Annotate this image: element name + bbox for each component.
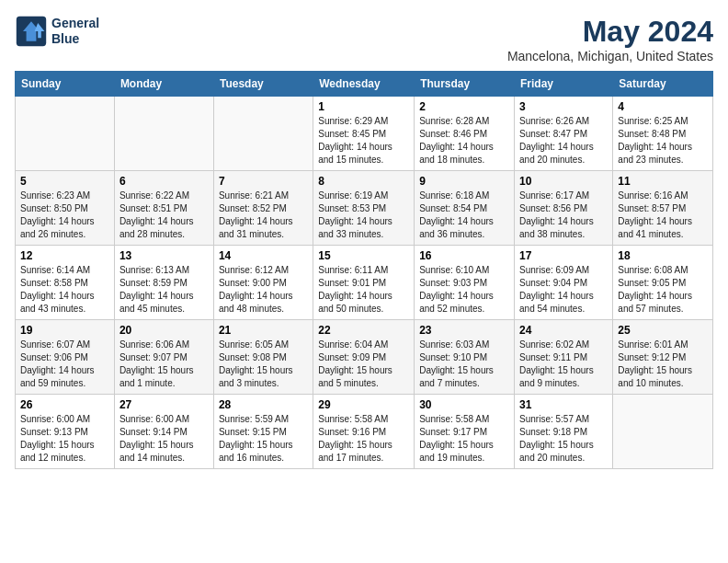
day-number: 30 <box>419 398 509 411</box>
day-number: 15 <box>318 249 409 262</box>
calendar-cell: 31Sunrise: 5:57 AM Sunset: 9:18 PM Dayli… <box>515 395 613 469</box>
day-number: 21 <box>219 324 308 337</box>
cell-content: Sunrise: 5:59 AM Sunset: 9:15 PM Dayligh… <box>219 413 308 465</box>
cell-content: Sunrise: 6:04 AM Sunset: 9:09 PM Dayligh… <box>318 339 409 390</box>
calendar-cell: 28Sunrise: 5:59 AM Sunset: 9:15 PM Dayli… <box>213 395 313 469</box>
day-number: 7 <box>219 175 308 188</box>
cell-content: Sunrise: 6:14 AM Sunset: 8:58 PM Dayligh… <box>20 264 109 316</box>
calendar-cell: 6Sunrise: 6:22 AM Sunset: 8:51 PM Daylig… <box>114 171 213 246</box>
calendar-cell: 13Sunrise: 6:13 AM Sunset: 8:59 PM Dayli… <box>114 246 213 320</box>
cell-content: Sunrise: 6:03 AM Sunset: 9:10 PM Dayligh… <box>419 339 509 390</box>
weekday-header: Sunday <box>16 72 115 97</box>
calendar-cell: 17Sunrise: 6:09 AM Sunset: 9:04 PM Dayli… <box>515 246 613 320</box>
calendar-cell: 8Sunrise: 6:19 AM Sunset: 8:53 PM Daylig… <box>313 171 415 246</box>
day-number: 27 <box>119 398 209 411</box>
month-title: May 2024 <box>507 15 713 49</box>
day-number: 16 <box>419 249 509 262</box>
cell-content: Sunrise: 6:07 AM Sunset: 9:06 PM Dayligh… <box>20 339 109 390</box>
calendar-cell: 18Sunrise: 6:08 AM Sunset: 9:05 PM Dayli… <box>613 246 713 320</box>
logo-text: General Blue <box>51 16 99 47</box>
calendar-cell: 9Sunrise: 6:18 AM Sunset: 8:54 PM Daylig… <box>415 171 515 246</box>
calendar-cell: 10Sunrise: 6:17 AM Sunset: 8:56 PM Dayli… <box>515 171 613 246</box>
day-number: 24 <box>519 324 608 337</box>
cell-content: Sunrise: 6:22 AM Sunset: 8:51 PM Dayligh… <box>119 190 209 241</box>
calendar-week-row: 12Sunrise: 6:14 AM Sunset: 8:58 PM Dayli… <box>16 246 713 320</box>
calendar-week-row: 26Sunrise: 6:00 AM Sunset: 9:13 PM Dayli… <box>16 395 713 469</box>
calendar-week-row: 19Sunrise: 6:07 AM Sunset: 9:06 PM Dayli… <box>16 320 713 395</box>
calendar-cell: 15Sunrise: 6:11 AM Sunset: 9:01 PM Dayli… <box>313 246 415 320</box>
calendar-cell: 1Sunrise: 6:29 AM Sunset: 8:45 PM Daylig… <box>313 97 415 171</box>
day-number: 13 <box>119 249 209 262</box>
day-number: 17 <box>519 249 608 262</box>
cell-content: Sunrise: 6:10 AM Sunset: 9:03 PM Dayligh… <box>419 264 509 316</box>
calendar-cell: 12Sunrise: 6:14 AM Sunset: 8:58 PM Dayli… <box>16 246 115 320</box>
calendar-cell <box>114 97 213 171</box>
calendar-cell: 21Sunrise: 6:05 AM Sunset: 9:08 PM Dayli… <box>213 320 313 395</box>
cell-content: Sunrise: 6:00 AM Sunset: 9:13 PM Dayligh… <box>20 413 109 465</box>
cell-content: Sunrise: 6:02 AM Sunset: 9:11 PM Dayligh… <box>519 339 608 390</box>
cell-content: Sunrise: 6:11 AM Sunset: 9:01 PM Dayligh… <box>318 264 409 316</box>
weekday-header: Saturday <box>613 72 713 97</box>
calendar-cell: 25Sunrise: 6:01 AM Sunset: 9:12 PM Dayli… <box>613 320 713 395</box>
logo-icon <box>15 15 48 48</box>
weekday-header: Tuesday <box>213 72 313 97</box>
day-number: 1 <box>318 100 409 113</box>
calendar-body: 1Sunrise: 6:29 AM Sunset: 8:45 PM Daylig… <box>16 97 713 469</box>
calendar-cell: 19Sunrise: 6:07 AM Sunset: 9:06 PM Dayli… <box>16 320 115 395</box>
calendar-header: SundayMondayTuesdayWednesdayThursdayFrid… <box>16 72 713 97</box>
cell-content: Sunrise: 6:19 AM Sunset: 8:53 PM Dayligh… <box>318 190 409 241</box>
calendar-cell: 27Sunrise: 6:00 AM Sunset: 9:14 PM Dayli… <box>114 395 213 469</box>
day-number: 14 <box>219 249 308 262</box>
day-number: 4 <box>618 100 708 113</box>
day-number: 29 <box>318 398 409 411</box>
calendar-cell: 14Sunrise: 6:12 AM Sunset: 9:00 PM Dayli… <box>213 246 313 320</box>
day-number: 18 <box>618 249 708 262</box>
cell-content: Sunrise: 6:28 AM Sunset: 8:46 PM Dayligh… <box>419 115 509 167</box>
calendar-cell <box>16 97 115 171</box>
day-number: 20 <box>119 324 209 337</box>
day-number: 12 <box>20 249 109 262</box>
calendar-cell: 2Sunrise: 6:28 AM Sunset: 8:46 PM Daylig… <box>415 97 515 171</box>
day-number: 23 <box>419 324 509 337</box>
cell-content: Sunrise: 5:58 AM Sunset: 9:17 PM Dayligh… <box>419 413 509 465</box>
cell-content: Sunrise: 6:16 AM Sunset: 8:57 PM Dayligh… <box>618 190 708 241</box>
calendar-cell: 4Sunrise: 6:25 AM Sunset: 8:48 PM Daylig… <box>613 97 713 171</box>
day-number: 26 <box>20 398 109 411</box>
weekday-header: Thursday <box>415 72 515 97</box>
cell-content: Sunrise: 6:23 AM Sunset: 8:50 PM Dayligh… <box>20 190 109 241</box>
calendar-cell: 30Sunrise: 5:58 AM Sunset: 9:17 PM Dayli… <box>415 395 515 469</box>
cell-content: Sunrise: 6:29 AM Sunset: 8:45 PM Dayligh… <box>318 115 409 167</box>
calendar-cell: 3Sunrise: 6:26 AM Sunset: 8:47 PM Daylig… <box>515 97 613 171</box>
calendar-cell: 11Sunrise: 6:16 AM Sunset: 8:57 PM Dayli… <box>613 171 713 246</box>
cell-content: Sunrise: 6:08 AM Sunset: 9:05 PM Dayligh… <box>618 264 708 316</box>
cell-content: Sunrise: 5:58 AM Sunset: 9:16 PM Dayligh… <box>318 413 409 465</box>
calendar-cell: 24Sunrise: 6:02 AM Sunset: 9:11 PM Dayli… <box>515 320 613 395</box>
calendar-cell: 7Sunrise: 6:21 AM Sunset: 8:52 PM Daylig… <box>213 171 313 246</box>
day-number: 11 <box>618 175 708 188</box>
calendar-cell: 22Sunrise: 6:04 AM Sunset: 9:09 PM Dayli… <box>313 320 415 395</box>
calendar-cell: 5Sunrise: 6:23 AM Sunset: 8:50 PM Daylig… <box>16 171 115 246</box>
day-number: 10 <box>519 175 608 188</box>
cell-content: Sunrise: 6:01 AM Sunset: 9:12 PM Dayligh… <box>618 339 708 390</box>
cell-content: Sunrise: 6:26 AM Sunset: 8:47 PM Dayligh… <box>519 115 608 167</box>
weekday-header: Friday <box>515 72 613 97</box>
cell-content: Sunrise: 6:17 AM Sunset: 8:56 PM Dayligh… <box>519 190 608 241</box>
logo: General Blue <box>15 15 99 48</box>
day-number: 6 <box>119 175 209 188</box>
cell-content: Sunrise: 6:21 AM Sunset: 8:52 PM Dayligh… <box>219 190 308 241</box>
day-number: 25 <box>618 324 708 337</box>
cell-content: Sunrise: 6:25 AM Sunset: 8:48 PM Dayligh… <box>618 115 708 167</box>
calendar-cell: 23Sunrise: 6:03 AM Sunset: 9:10 PM Dayli… <box>415 320 515 395</box>
day-number: 28 <box>219 398 308 411</box>
page-header: General Blue May 2024 Mancelona, Michiga… <box>15 15 713 63</box>
title-block: May 2024 Mancelona, Michigan, United Sta… <box>507 15 713 63</box>
day-number: 22 <box>318 324 409 337</box>
calendar-week-row: 1Sunrise: 6:29 AM Sunset: 8:45 PM Daylig… <box>16 97 713 171</box>
location-title: Mancelona, Michigan, United States <box>507 49 713 63</box>
cell-content: Sunrise: 6:00 AM Sunset: 9:14 PM Dayligh… <box>119 413 209 465</box>
calendar-cell <box>213 97 313 171</box>
calendar-cell: 16Sunrise: 6:10 AM Sunset: 9:03 PM Dayli… <box>415 246 515 320</box>
calendar-cell <box>613 395 713 469</box>
calendar-table: SundayMondayTuesdayWednesdayThursdayFrid… <box>15 71 713 469</box>
weekday-header: Monday <box>114 72 213 97</box>
